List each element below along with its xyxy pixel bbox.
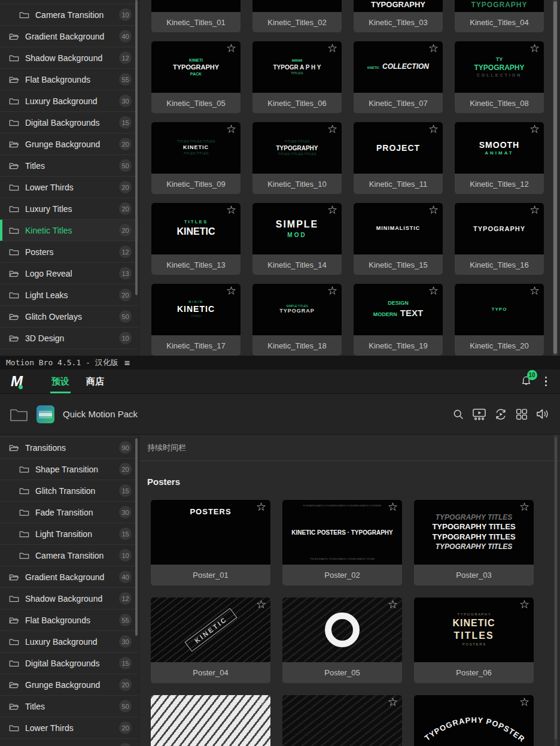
favorite-star-icon[interactable]: ☆ xyxy=(529,123,540,137)
top-panel-scrollbar-thumb[interactable] xyxy=(553,1,557,354)
favorite-star-icon[interactable]: ☆ xyxy=(388,501,398,514)
sidebar-item-logo-reveal[interactable]: Logo Reveal13 xyxy=(0,263,139,284)
sidebar-item-3d-design[interactable]: 3D Design10 xyxy=(0,327,139,349)
sidebar-item-gradient-background[interactable]: Gradient Background40 xyxy=(0,26,139,47)
sidebar-item-lower-thirds[interactable]: Lower Thirds20 xyxy=(0,717,139,739)
sidebar-item-luxury-titles[interactable]: Luxury Titles20 xyxy=(0,198,139,220)
preset-card-kinetic-titles-11[interactable]: ☆PROJECTKinetic_Titles_11 xyxy=(354,122,443,194)
sidebar-item-light-leaks[interactable]: Light Leaks20 xyxy=(0,284,139,306)
favorite-star-icon[interactable]: ☆ xyxy=(519,598,529,612)
autoplay-icon[interactable] xyxy=(494,408,507,421)
preset-card-poster-06[interactable]: ☆T Y P O G R A P H YKINETICTITLESP O S T… xyxy=(414,598,534,683)
preset-card-kinetic-titles-08[interactable]: ☆TYTYPOGRAPHYCOLLECTIONKinetic_Titles_08 xyxy=(455,41,544,113)
favorite-star-icon[interactable]: ☆ xyxy=(529,42,540,56)
favorite-star-icon[interactable]: ☆ xyxy=(529,204,540,217)
favorite-star-icon[interactable]: ☆ xyxy=(519,501,529,514)
favorite-star-icon[interactable]: ☆ xyxy=(256,501,266,514)
duration-bar-row[interactable]: 持续时间栏 xyxy=(139,435,560,461)
preset-card-kinetic-titles-14[interactable]: ☆SIMPLEMODKinetic_Titles_14 xyxy=(252,203,342,275)
favorite-star-icon[interactable]: ☆ xyxy=(519,696,529,709)
sidebar-item-grunge-background[interactable]: Grunge Background20 xyxy=(0,134,139,155)
preset-card-kinetic-titles-19[interactable]: ☆DESIGNMODERNTEXTKinetic_Titles_19 xyxy=(354,284,443,356)
preset-card-poster-03[interactable]: ☆TYPOGRAPHY TITLESTYPOGRAPHY TITLESTYPOG… xyxy=(414,500,534,586)
sidebar-item-glitch-overlays[interactable]: Glitch Overlays50 xyxy=(0,306,139,327)
favorite-star-icon[interactable]: ☆ xyxy=(428,204,439,217)
favorite-star-icon[interactable]: ☆ xyxy=(226,123,236,137)
preset-card-kinetic-titles-12[interactable]: ☆SMOOTHANIMATKinetic_Titles_12 xyxy=(455,122,544,194)
preset-card-kinetic-titles-10[interactable]: ☆TITLES TITLESTYPOGRAPHYTITLES TITLES TI… xyxy=(252,122,342,194)
sidebar-item-digital-backgrounds[interactable]: Digital Backgrounds15 xyxy=(0,653,139,674)
sidebar-item-light-transition[interactable]: Light Transition15 xyxy=(0,523,139,545)
bottom-panel-scrollbar-track[interactable] xyxy=(554,435,558,746)
favorite-star-icon[interactable]: ☆ xyxy=(388,696,398,709)
preset-card-kinetic-titles-17[interactable]: ☆MINIMKINETICTYPOKinetic_Titles_17 xyxy=(151,284,241,356)
favorite-star-icon[interactable]: ☆ xyxy=(529,284,540,298)
sidebar-item-luxury-background[interactable]: Luxury Background30 xyxy=(0,90,139,112)
preset-card-poster-02[interactable]: ☆POSTERS KINETIC POSTERS KINETIC POSTERS… xyxy=(282,500,402,586)
preset-card-kinetic-titles-20[interactable]: ☆TYPOKinetic_Titles_20 xyxy=(455,284,544,356)
preset-card-poster-05[interactable]: ☆Poster_05 xyxy=(282,598,402,683)
preset-card-kinetic-titles-03[interactable]: ☆TYPOGRAPHYKinetic_Titles_03 xyxy=(354,0,443,32)
sidebar-item-glitch-transition[interactable]: Glitch Transition15 xyxy=(0,480,139,502)
favorite-star-icon[interactable]: ☆ xyxy=(327,284,337,298)
preset-card-kinetic-titles-04[interactable]: ☆TYPOGRAPHYKinetic_Titles_04 xyxy=(455,0,544,32)
favorite-star-icon[interactable]: ☆ xyxy=(388,598,398,612)
sidebar-item-lower-thirds[interactable]: Lower Thirds20 xyxy=(0,177,139,198)
preset-card-kinetic-titles-09[interactable]: ☆TITLES TITLES TITLESKINETICTITLES TITLE… xyxy=(151,122,241,194)
preset-card-kinetic-titles-05[interactable]: ☆KINETITYPOGRAPHYPACKKinetic_Titles_05 xyxy=(151,41,241,113)
preset-card-kinetic-titles-15[interactable]: ☆MINIMALISTICKinetic_Titles_15 xyxy=(354,203,443,275)
favorite-star-icon[interactable]: ☆ xyxy=(256,598,266,612)
top-sidebar-scrollbar[interactable] xyxy=(135,0,138,295)
preset-card-kinetic-titles-13[interactable]: ☆TITLESKINETICKinetic_Titles_13 xyxy=(151,203,241,275)
folder-icon[interactable] xyxy=(10,407,28,422)
sidebar-item-shape-transition[interactable]: Shape Transition20 xyxy=(0,459,139,480)
favorite-star-icon[interactable]: ☆ xyxy=(428,284,439,298)
sidebar-item-shadow-background[interactable]: Shadow Background12 xyxy=(0,47,139,69)
sidebar-item-flat-backgrounds[interactable]: Flat Backgrounds55 xyxy=(0,609,139,631)
sidebar-item-camera-transition[interactable]: Camera Transition10 xyxy=(0,4,139,26)
preset-card-poster-04[interactable]: ☆KINETICPoster_04 xyxy=(151,598,270,683)
bottom-sidebar-scrollbar[interactable] xyxy=(135,438,138,636)
tab-[interactable]: 预设 xyxy=(50,369,71,393)
bottom-panel-scrollbar-thumb[interactable] xyxy=(555,437,557,739)
tab-[interactable]: 商店 xyxy=(85,369,105,393)
favorite-star-icon[interactable]: ☆ xyxy=(256,696,266,709)
sidebar-item-luxury-background[interactable]: Luxury Background30 xyxy=(0,631,139,653)
top-panel-scrollbar-track[interactable] xyxy=(553,0,558,356)
sidebar-item-transitions[interactable]: Transitions90 xyxy=(0,437,139,459)
preset-card-kinetic-titles-16[interactable]: ☆TYPOGRAPHYKinetic_Titles_16 xyxy=(455,203,544,275)
grid-view-icon[interactable] xyxy=(515,408,528,420)
more-menu-button[interactable] xyxy=(544,375,549,388)
sidebar-item-fade-transition[interactable]: Fade Transition30 xyxy=(0,502,139,523)
preset-card-kinetic-titles-02[interactable]: ☆Kinetic_Titles_02 xyxy=(252,0,342,32)
preset-card-kinetic-titles-06[interactable]: ☆MINIMTYPOGR A P H YTITLESKinetic_Titles… xyxy=(252,41,342,113)
favorite-star-icon[interactable]: ☆ xyxy=(327,204,337,217)
favorite-star-icon[interactable]: ☆ xyxy=(226,204,236,217)
sidebar-item-titles[interactable]: Titles50 xyxy=(0,696,139,717)
favorite-star-icon[interactable]: ☆ xyxy=(226,42,236,56)
favorite-star-icon[interactable]: ☆ xyxy=(226,284,236,298)
preset-card-kinetic-titles-18[interactable]: ☆SIMPLE TITLESTYPOGRAPKinetic_Titles_18 xyxy=(252,284,342,356)
notifications-button[interactable]: 10 xyxy=(521,374,532,389)
sidebar-item-titles[interactable]: Titles50 xyxy=(0,155,139,177)
preset-card-kinetic-titles-07[interactable]: ☆KINETICCOLLECTIONKinetic_Titles_07 xyxy=(354,41,443,113)
favorite-star-icon[interactable]: ☆ xyxy=(428,123,439,137)
preset-card-kinetic-titles-01[interactable]: ☆Kinetic_Titles_01 xyxy=(151,0,241,32)
sidebar-item-shadow-background[interactable]: Shadow Background12 xyxy=(0,588,139,609)
favorite-star-icon[interactable]: ☆ xyxy=(327,123,337,137)
sidebar-item-gradient-background[interactable]: Gradient Background40 xyxy=(0,566,139,588)
titlebar-menu-icon[interactable]: ≡ xyxy=(124,357,130,368)
sidebar-item-posters[interactable]: Posters12 xyxy=(0,241,139,263)
preset-card-poster-01[interactable]: ☆POSTERSPoster_01 xyxy=(151,500,270,586)
favorite-star-icon[interactable]: ☆ xyxy=(327,42,337,56)
sidebar-item-flat-backgrounds[interactable]: Flat Backgrounds55 xyxy=(0,69,139,90)
sound-icon[interactable] xyxy=(535,408,549,420)
sidebar-item-digital-backgrounds[interactable]: Digital Backgrounds15 xyxy=(0,112,139,134)
sidebar-item-kinetic-titles[interactable]: Kinetic Titles20 xyxy=(0,220,139,241)
sidebar-item-luxury-titles[interactable]: Luxury Titles20 xyxy=(0,739,139,746)
search-icon[interactable] xyxy=(452,408,464,420)
favorite-star-icon[interactable]: ☆ xyxy=(428,42,439,56)
pack-thumbnail[interactable] xyxy=(36,405,54,423)
preset-card-poster-08[interactable]: ☆Poster_08 xyxy=(282,695,402,746)
sidebar-item-grunge-background[interactable]: Grunge Background20 xyxy=(0,674,139,696)
